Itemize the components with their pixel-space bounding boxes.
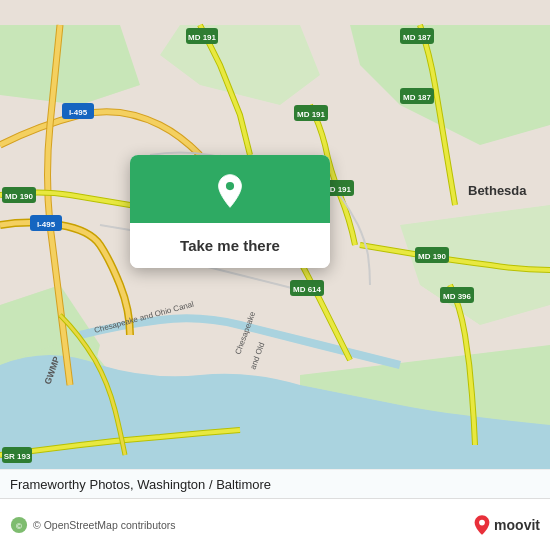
popup-header bbox=[130, 155, 330, 223]
location-pin-icon bbox=[212, 173, 248, 209]
svg-text:MD 396: MD 396 bbox=[443, 292, 472, 301]
svg-text:MD 191: MD 191 bbox=[297, 110, 326, 119]
svg-text:SR 193: SR 193 bbox=[4, 452, 31, 461]
svg-text:MD 187: MD 187 bbox=[403, 93, 432, 102]
osm-attribution-icon: © bbox=[10, 516, 28, 534]
take-me-there-button[interactable]: Take me there bbox=[130, 223, 330, 268]
osm-attribution-text: © OpenStreetMap contributors bbox=[33, 519, 473, 531]
svg-text:MD 187: MD 187 bbox=[403, 33, 432, 42]
svg-text:MD 191: MD 191 bbox=[188, 33, 217, 42]
map-container: I-495 I-495 MD 191 MD 191 MD 191 MD 190 … bbox=[0, 0, 550, 550]
svg-point-37 bbox=[226, 182, 234, 190]
svg-text:I-495: I-495 bbox=[69, 108, 88, 117]
moovit-pin-icon bbox=[473, 514, 491, 536]
svg-text:MD 190: MD 190 bbox=[5, 192, 34, 201]
svg-text:I-495: I-495 bbox=[37, 220, 56, 229]
svg-text:©: © bbox=[16, 521, 22, 530]
svg-text:MD 190: MD 190 bbox=[418, 252, 447, 261]
popup-card: Take me there bbox=[130, 155, 330, 268]
svg-point-44 bbox=[479, 519, 485, 525]
svg-text:MD 614: MD 614 bbox=[293, 285, 322, 294]
svg-text:Bethesda: Bethesda bbox=[468, 183, 527, 198]
location-title: Frameworthy Photos, Washington / Baltimo… bbox=[10, 477, 271, 492]
moovit-brand-text: moovit bbox=[494, 517, 540, 533]
